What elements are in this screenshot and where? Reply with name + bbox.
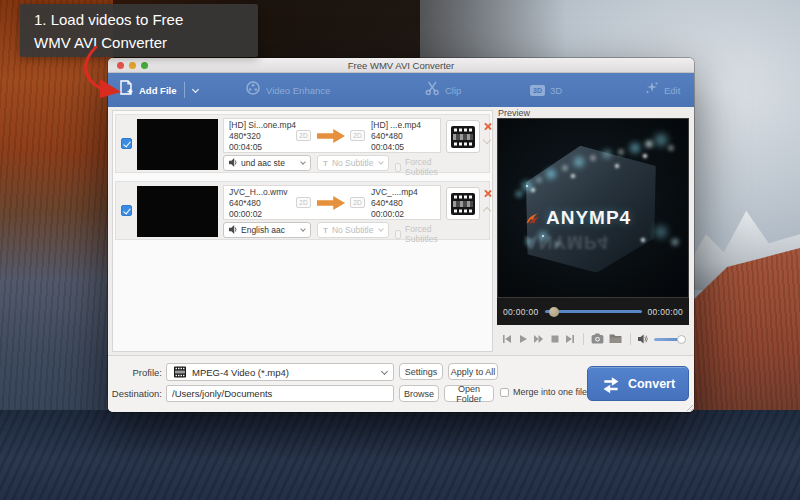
total-time: 00:00:00 — [648, 307, 684, 317]
scissors-icon — [425, 81, 440, 100]
browse-button[interactable]: Browse — [399, 385, 439, 402]
open-output-folder-button[interactable] — [609, 330, 622, 348]
profile-value: MPEG-4 Video (*.mp4) — [192, 367, 289, 378]
anymp4-logo: ANYMP4 — [524, 207, 631, 229]
convert-button[interactable]: Convert — [587, 366, 689, 401]
source-filename: [HD] Si...one.mp4 — [229, 120, 296, 131]
settings-button[interactable]: Settings — [399, 363, 443, 380]
chevron-down-icon — [378, 226, 384, 232]
preview-video-area[interactable]: ANYMP4 ANYMP4 — [497, 118, 689, 298]
forced-subtitles-checkbox[interactable]: Forced Subtitles — [395, 224, 441, 244]
playback-time-bar: 00:00:00 00:00:00 — [497, 298, 689, 325]
checkbox-icon — [395, 163, 401, 172]
file-info-box: JVC_H...o.wmv 640*480 00:00:02 2D 2D JVC… — [223, 185, 441, 220]
source-filename: JVC_H...o.wmv — [229, 187, 288, 198]
forced-subtitles-label: Forced Subtitles — [405, 157, 441, 177]
seek-slider[interactable] — [545, 310, 642, 313]
remove-row-button[interactable] — [483, 189, 492, 198]
output-format-button[interactable] — [446, 187, 480, 220]
stop-button[interactable] — [550, 330, 560, 348]
subtitle-value: No Subtitle — [332, 158, 374, 168]
film-reel-icon — [450, 192, 476, 216]
subtitle-t-icon: T — [323, 226, 328, 235]
3d-button[interactable]: 3D 3D — [530, 73, 562, 107]
open-folder-button[interactable]: Open Folder — [444, 385, 494, 402]
profile-label: Profile: — [108, 367, 162, 378]
chevron-down-icon — [378, 159, 384, 165]
output-filename: JVC_....mp4 — [371, 187, 418, 198]
volume-icon[interactable] — [638, 330, 648, 348]
output-info: [HD] ...e.mp4 640*480 00:04:05 — [371, 120, 421, 153]
checkbox-icon — [500, 388, 509, 397]
audio-track-select[interactable]: und aac ste — [223, 155, 311, 171]
elapsed-time: 00:00:00 — [503, 307, 539, 317]
logo-text: ANYMP4 — [546, 207, 631, 229]
annotation-arrow-icon — [78, 46, 140, 104]
play-button[interactable] — [518, 330, 528, 348]
bottom-panel: Profile: MPEG-4 Video (*.mp4) Settings A… — [108, 355, 694, 412]
output-resolution: 640*480 — [371, 131, 421, 142]
apply-to-all-button[interactable]: Apply to All — [448, 363, 498, 380]
annotation-line-1: 1. Load videos to Free — [34, 8, 258, 31]
film-reel-icon — [173, 366, 187, 378]
app-window: Free WMV AVI Converter Add File Video En… — [108, 58, 694, 412]
output-2d-badge: 2D — [350, 130, 365, 141]
output-duration: 00:04:05 — [371, 142, 421, 153]
film-reel-icon — [450, 125, 476, 149]
playback-controls — [497, 326, 689, 352]
source-2d-badge: 2D — [296, 197, 311, 208]
audio-track-value: und aac ste — [241, 158, 285, 168]
source-duration: 00:04:05 — [229, 142, 296, 153]
output-duration: 00:00:02 — [371, 209, 418, 220]
move-up-icon[interactable] — [483, 207, 491, 215]
seek-handle[interactable] — [549, 307, 559, 317]
output-resolution: 640*480 — [371, 198, 418, 209]
convert-direction-arrow-icon — [317, 129, 345, 143]
volume-handle[interactable] — [677, 335, 686, 344]
desktop: Free WMV AVI Converter Add File Video En… — [0, 0, 800, 500]
file-row-2[interactable]: JVC_H...o.wmv 640*480 00:00:02 2D 2D JVC… — [115, 181, 490, 240]
remove-row-button[interactable] — [483, 122, 492, 131]
row-checkbox[interactable] — [121, 138, 132, 149]
profile-select[interactable]: MPEG-4 Video (*.mp4) — [166, 363, 394, 381]
file-info-box: [HD] Si...one.mp4 480*320 00:04:05 2D 2D… — [223, 118, 441, 153]
video-thumbnail — [137, 119, 218, 170]
merge-label: Merge into one file — [513, 387, 587, 397]
chevron-down-icon[interactable] — [192, 85, 199, 92]
row-checkbox[interactable] — [121, 205, 132, 216]
file-row-1[interactable]: [HD] Si...one.mp4 480*320 00:04:05 2D 2D… — [115, 114, 490, 173]
video-enhance-button[interactable]: Video Enhance — [245, 73, 330, 107]
subtitle-t-icon: T — [323, 159, 328, 168]
fast-forward-button[interactable] — [533, 330, 544, 348]
edit-button[interactable]: Edit — [645, 73, 680, 107]
logo-reflection: ANYMP4 — [524, 231, 609, 253]
destination-input[interactable] — [166, 385, 394, 402]
move-down-icon[interactable] — [483, 136, 491, 144]
forced-subtitles-checkbox[interactable]: Forced Subtitles — [395, 157, 441, 177]
chevron-down-icon — [300, 159, 306, 165]
volume-slider[interactable] — [654, 338, 684, 341]
title-bar[interactable]: Free WMV AVI Converter — [108, 58, 694, 73]
convert-direction-arrow-icon — [317, 196, 345, 210]
snapshot-camera-button[interactable] — [591, 330, 604, 348]
annotation-line-2: WMV AVI Converter — [34, 31, 258, 54]
output-2d-badge: 2D — [350, 197, 365, 208]
divider — [630, 333, 631, 345]
subtitle-select[interactable]: T No Subtitle — [317, 222, 389, 238]
audio-track-value: English aac — [241, 225, 285, 235]
output-format-button[interactable] — [446, 120, 480, 153]
phoenix-icon — [524, 210, 541, 227]
divider — [184, 82, 185, 98]
audio-track-select[interactable]: English aac — [223, 222, 311, 238]
toolbar: Add File Video Enhance Clip 3D 3D — [108, 73, 694, 107]
next-button[interactable] — [565, 330, 575, 348]
source-duration: 00:00:02 — [229, 209, 288, 220]
merge-into-one-file-checkbox[interactable]: Merge into one file — [500, 387, 587, 397]
previous-button[interactable] — [502, 330, 512, 348]
chevron-down-icon — [300, 226, 306, 232]
sparkles — [526, 185, 528, 187]
main-content: [HD] Si...one.mp4 480*320 00:04:05 2D 2D… — [108, 107, 694, 355]
clip-button[interactable]: Clip — [425, 73, 461, 107]
subtitle-select[interactable]: T No Subtitle — [317, 155, 389, 171]
3d-icon: 3D — [530, 85, 545, 96]
